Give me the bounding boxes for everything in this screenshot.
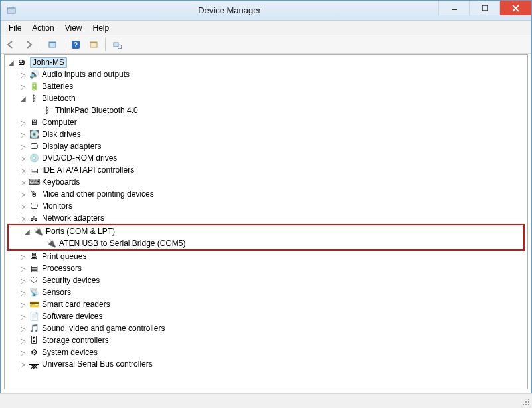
expander-icon[interactable]: ▷ [19, 348, 27, 356]
computer-icon: 🖥 [29, 117, 39, 128]
tree-node[interactable]: ▷🖱Mice and other pointing devices [5, 188, 527, 200]
tree-node-label: Computer [42, 118, 77, 127]
tree-node-label: Print queues [42, 252, 86, 261]
cpu-icon: ▤ [29, 263, 39, 274]
expander-icon[interactable]: ▷ [19, 130, 27, 138]
speaker-icon: 🔊 [29, 69, 39, 80]
expander-icon[interactable]: ▷ [19, 70, 27, 78]
properties-button[interactable] [86, 37, 102, 52]
nav-forward-button[interactable] [21, 37, 37, 52]
expander-icon[interactable]: ◢ [19, 94, 27, 102]
expander-icon[interactable]: ▷ [19, 142, 27, 150]
tree-node[interactable]: ◢ᛒBluetooth [5, 92, 527, 104]
tree-node[interactable]: ▷ᚘUniversal Serial Bus controllers [5, 358, 527, 370]
expander-icon[interactable]: ▷ [19, 178, 27, 186]
disk-icon: 💽 [29, 129, 39, 140]
tree-node-label: Audio inputs and outputs [42, 70, 130, 79]
expander-icon[interactable]: ◢ [7, 58, 15, 66]
svg-rect-18 [523, 404, 524, 405]
menu-view[interactable]: View [60, 22, 88, 34]
display-icon: 🖵 [29, 141, 39, 152]
tree-node-label: Display adapters [42, 142, 101, 151]
toolbar-separator [41, 38, 41, 51]
tree-node-label: System devices [42, 348, 98, 357]
port-icon: 🔌 [46, 238, 56, 249]
expander-icon[interactable]: ▷ [19, 300, 27, 308]
tree-node-label: Monitors [42, 201, 72, 211]
scan-hardware-button[interactable] [109, 37, 125, 52]
expander-icon[interactable]: ▷ [19, 253, 27, 260]
svg-text:?: ? [74, 41, 78, 49]
tree-node[interactable]: ▷🖧Network adapters [5, 212, 527, 224]
tree-node[interactable]: ▷⌨Keyboards [5, 176, 527, 188]
svg-rect-17 [528, 401, 529, 403]
expander-icon[interactable]: ▷ [19, 324, 27, 332]
tree-node-label: Universal Serial Bus controllers [42, 359, 153, 369]
tree-node[interactable]: ▷🖶Print queues [5, 251, 527, 262]
expander-icon[interactable]: ▷ [19, 154, 27, 162]
expander-icon[interactable]: ▷ [19, 360, 27, 368]
tree-node[interactable]: ▷📡Sensors [5, 286, 527, 298]
expander-icon[interactable]: ◢ [23, 227, 31, 235]
expander-icon[interactable]: ▷ [19, 214, 27, 222]
help-button[interactable]: ? [68, 37, 84, 52]
maximize-button[interactable] [469, 1, 499, 15]
mouse-icon: 🖱 [29, 189, 39, 199]
close-button[interactable] [499, 1, 531, 15]
tree-node-label: Software devices [42, 312, 102, 321]
tree-node[interactable]: ▷🖥Computer [5, 116, 527, 128]
expander-icon[interactable]: ▷ [19, 288, 27, 296]
tree-node[interactable]: ▷🖵Monitors [5, 200, 527, 212]
sound-icon: 🎵 [29, 323, 39, 334]
ide-icon: 🖴 [29, 165, 39, 175]
tree-node[interactable]: ▷🗄Storage controllers [5, 334, 527, 346]
device-tree-panel[interactable]: ◢🖳John-MS▷🔊Audio inputs and outputs▷🔋Bat… [4, 54, 528, 389]
expander-icon[interactable]: ▷ [19, 312, 27, 320]
tree-node-label: Sensors [42, 288, 71, 297]
show-hidden-button[interactable] [44, 37, 60, 52]
svg-rect-7 [49, 42, 56, 43]
tree-node[interactable]: ▷📄Software devices [5, 310, 527, 322]
tree-node[interactable]: ▷🎵Sound, video and game controllers [5, 322, 527, 334]
svg-rect-1 [9, 7, 14, 8]
tree-node[interactable]: ▷💽Disk drives [5, 128, 527, 140]
expander-icon[interactable]: ▷ [19, 276, 27, 284]
expander-icon[interactable]: ▷ [19, 118, 27, 126]
expander-icon[interactable]: ▷ [19, 202, 27, 210]
svg-line-14 [121, 48, 122, 49]
tree-node-label: ThinkPad Bluetooth 4.0 [55, 106, 138, 115]
expander-icon[interactable]: ▷ [19, 264, 27, 272]
expander-icon[interactable]: ▷ [19, 82, 27, 90]
tree-node[interactable]: ▷🖵Display adapters [5, 140, 527, 152]
tree-node-label: Mice and other pointing devices [42, 189, 154, 199]
expander-icon[interactable]: ▷ [19, 336, 27, 344]
device-tree: ◢🖳John-MS▷🔊Audio inputs and outputs▷🔋Bat… [5, 56, 527, 370]
tree-node[interactable]: ▷💿DVD/CD-ROM drives [5, 152, 527, 164]
tree-node[interactable]: ◢🔌Ports (COM & LPT) [9, 225, 523, 237]
menu-action[interactable]: Action [27, 22, 59, 34]
resize-grip-icon[interactable] [521, 397, 531, 407]
monitor-icon: 🖵 [29, 201, 39, 211]
tree-node[interactable]: ▷🛡Security devices [5, 274, 527, 286]
menu-file[interactable]: File [3, 22, 27, 34]
nav-back-button[interactable] [3, 37, 19, 52]
expander-icon[interactable]: ▷ [19, 190, 27, 198]
window-title: Device Manager [21, 5, 438, 15]
tree-node[interactable]: ▷🔋Batteries [5, 80, 527, 92]
tree-root-node[interactable]: ◢🖳John-MS [5, 56, 527, 68]
tree-node[interactable]: ▷🖴IDE ATA/ATAPI controllers [5, 164, 527, 176]
toolbar-separator [64, 38, 64, 51]
tree-node[interactable]: ▷🔊Audio inputs and outputs [5, 68, 527, 80]
tree-node-label: IDE ATA/ATAPI controllers [42, 165, 134, 175]
app-icon [6, 5, 17, 16]
tree-node[interactable]: ▷▤Processors [5, 262, 527, 274]
svg-rect-16 [525, 404, 527, 405]
svg-rect-15 [528, 404, 529, 405]
tree-node[interactable]: ▷⚙System devices [5, 346, 527, 358]
tree-node[interactable]: 🔌ATEN USB to Serial Bridge (COM5) [9, 237, 523, 249]
expander-icon[interactable]: ▷ [19, 166, 27, 174]
tree-node[interactable]: ᛒThinkPad Bluetooth 4.0 [5, 104, 527, 116]
minimize-button[interactable] [438, 1, 469, 15]
menu-help[interactable]: Help [88, 22, 115, 34]
tree-node[interactable]: ▷💳Smart card readers [5, 298, 527, 310]
